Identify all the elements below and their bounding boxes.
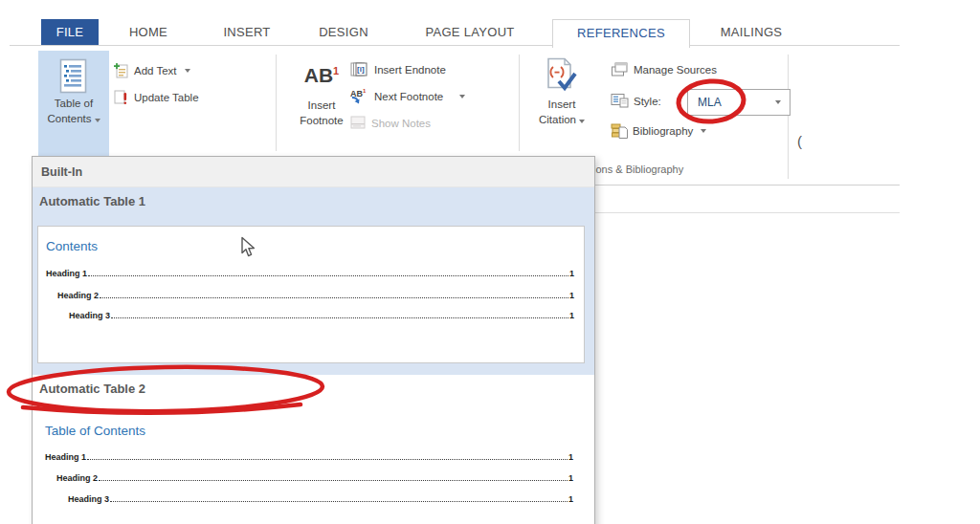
- insert-citation-icon: [546, 57, 578, 93]
- toc-dropdown-panel: Built-In Automatic Table 1 Contents Head…: [32, 156, 595, 524]
- group-divider: [276, 55, 277, 151]
- manage-sources-icon: [611, 61, 629, 79]
- tab-home[interactable]: HOME: [107, 19, 189, 45]
- manage-sources-button[interactable]: Manage Sources: [611, 59, 717, 80]
- tab-mailings[interactable]: MAILINGS: [694, 19, 809, 45]
- show-notes-button[interactable]: Show Notes: [350, 113, 431, 134]
- toc-entry: Heading 31: [68, 494, 573, 504]
- toc-button-label-line2: Contents: [47, 111, 100, 126]
- add-text-button[interactable]: Add Text: [113, 60, 190, 81]
- update-table-label: Update Table: [134, 92, 199, 103]
- footnote-ab-icon: AB1: [304, 59, 339, 87]
- toc-entry: Heading 31: [69, 311, 574, 320]
- toc-preview-title: Contents: [46, 239, 98, 253]
- insert-endnote-icon: [i]: [350, 62, 369, 77]
- update-table-button[interactable]: Update Table: [113, 87, 199, 108]
- toc-preview-title: Table of Contents: [45, 424, 145, 438]
- toc-preview-1: Contents Heading 11 Heading 21 Heading 3…: [37, 226, 585, 363]
- gallery-item-label: Automatic Table 1: [33, 187, 594, 208]
- tab-references[interactable]: REFERENCES: [552, 19, 690, 48]
- next-footnote-label: Next Footnote: [374, 91, 443, 102]
- partial-next-group-glyph: (: [797, 133, 802, 149]
- tab-design[interactable]: DESIGN: [299, 19, 389, 45]
- insert-citation-button[interactable]: Insert Citation: [524, 57, 599, 127]
- citations-group-label: tions & Bibliography: [590, 164, 683, 175]
- show-notes-icon: [350, 116, 367, 132]
- style-label: Style:: [634, 96, 661, 107]
- table-of-contents-button[interactable]: Table of Contents: [38, 51, 109, 156]
- group-divider: [519, 55, 520, 151]
- insert-citation-label-line2: Citation: [539, 112, 585, 127]
- next-footnote-icon: AB1: [350, 89, 369, 104]
- tab-insert[interactable]: INSERT: [203, 19, 291, 45]
- chevron-down-icon: [459, 95, 465, 98]
- document-top-edge: [593, 212, 900, 213]
- insert-endnote-label: Insert Endnote: [374, 64, 446, 76]
- toc-entry: Heading 21: [56, 473, 573, 483]
- style-select-value: MLA: [698, 96, 772, 109]
- next-footnote-button[interactable]: AB1 Next Footnote: [350, 86, 465, 107]
- show-notes-label: Show Notes: [371, 118, 431, 129]
- ribbon-bottom-edge: [593, 185, 900, 186]
- bibliography-icon: [611, 122, 628, 141]
- chevron-down-icon: [701, 129, 706, 133]
- tabbar-underline: [10, 45, 900, 46]
- manage-sources-label: Manage Sources: [634, 64, 717, 76]
- tab-file[interactable]: FILE: [41, 19, 99, 45]
- gallery-item-automatic-table-1[interactable]: Automatic Table 1 Contents Heading 11 He…: [33, 187, 594, 375]
- insert-footnote-label-line2: Footnote: [300, 113, 343, 128]
- add-text-label: Add Text: [134, 65, 177, 76]
- tab-page-layout[interactable]: PAGE LAYOUT: [397, 19, 543, 45]
- group-divider: [788, 55, 789, 179]
- toc-entry: Heading 11: [46, 269, 574, 278]
- chevron-down-icon: [579, 120, 585, 123]
- insert-footnote-button[interactable]: AB1 Insert Footnote: [282, 59, 361, 128]
- toc-button-label-line1: Table of: [55, 96, 93, 111]
- insert-endnote-button[interactable]: [i] Insert Endnote: [350, 59, 446, 80]
- chevron-down-icon: [185, 69, 190, 73]
- word-references-ribbon-screen: FILE HOME INSERT DESIGN PAGE LAYOUT REFE…: [0, 0, 980, 524]
- style-icon: [611, 93, 629, 110]
- gallery-item-label: Automatic Table 2: [33, 375, 594, 396]
- gallery-item-automatic-table-2[interactable]: Automatic Table 2: [33, 375, 594, 396]
- builtin-section-header: Built-In: [33, 157, 594, 187]
- style-label-row: Style:: [611, 91, 661, 112]
- bibliography-label: Bibliography: [633, 125, 693, 137]
- chevron-down-icon: [95, 119, 100, 122]
- toc-entry: Heading 21: [57, 291, 574, 300]
- insert-citation-label-line1: Insert: [548, 97, 576, 112]
- update-table-icon: [113, 89, 129, 107]
- add-text-icon: [113, 62, 129, 80]
- insert-footnote-label-line1: Insert: [308, 98, 336, 113]
- chevron-down-icon[interactable]: [775, 100, 781, 104]
- toc-entry: Heading 11: [45, 452, 573, 462]
- bibliography-button[interactable]: Bibliography: [611, 120, 706, 142]
- toc-preview-2[interactable]: Table of Contents Heading 11 Heading 21 …: [37, 411, 583, 524]
- table-of-contents-icon: [59, 58, 88, 96]
- style-select[interactable]: MLA: [687, 89, 791, 116]
